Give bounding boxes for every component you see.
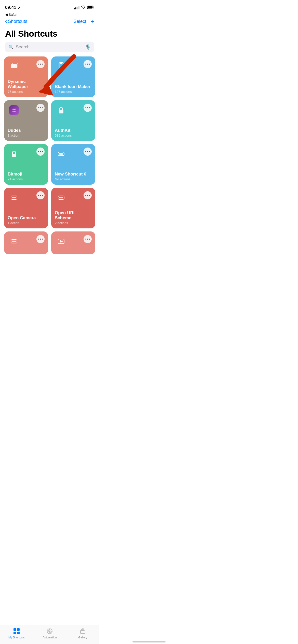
partial-card-icon-1 <box>8 235 20 248</box>
shortcut-card-open-camera[interactable]: Open Camera 1 action <box>4 188 48 228</box>
card-title: Blank Icon Maker <box>55 84 92 89</box>
partial-card-icon-2 <box>55 235 67 248</box>
card-subtitle: 539 actions <box>55 134 92 137</box>
card-icon-shortcut <box>55 148 67 160</box>
card-icon-shortcut-2 <box>8 191 20 204</box>
page-title: All Shortcuts <box>0 27 99 42</box>
status-icons <box>74 5 94 10</box>
nav-bar: ‹ Shortcuts Select + <box>0 17 99 27</box>
card-subtitle: No actions <box>55 177 92 181</box>
svg-marker-19 <box>60 240 63 243</box>
select-button[interactable]: Select <box>74 19 86 24</box>
card-icon-lock <box>55 104 67 116</box>
card-subtitle: 1 action <box>8 221 45 225</box>
location-icon: ↗ <box>18 6 21 10</box>
search-input[interactable]: Search <box>16 45 83 50</box>
card-menu-button[interactable] <box>36 60 45 68</box>
card-menu-button[interactable] <box>36 104 45 112</box>
card-menu-button[interactable] <box>84 60 92 68</box>
card-bottom: Dudes 1 action <box>8 128 45 137</box>
card-subtitle: 75 actions <box>8 90 45 94</box>
svg-rect-1 <box>88 6 93 8</box>
card-title: Open URL Scheme <box>55 210 92 221</box>
card-bottom: Open Camera 1 action <box>8 215 45 225</box>
card-bottom: Dynamic Wallpaper 75 actions <box>8 79 45 94</box>
add-button[interactable]: + <box>90 18 94 25</box>
card-title: Dynamic Wallpaper <box>8 79 45 89</box>
card-menu-button[interactable] <box>36 235 45 243</box>
card-subtitle: 91 actions <box>8 177 45 181</box>
signal-bars <box>74 6 79 9</box>
card-menu-button[interactable] <box>36 148 45 156</box>
back-arrow-small: ◀ <box>5 13 8 17</box>
card-icon-hbo: HBO max <box>8 104 20 116</box>
partial-card-1[interactable] <box>4 231 48 254</box>
shortcut-card-new-shortcut-6[interactable]: New Shortcut 6 No actions <box>51 144 95 185</box>
card-icon-shortcut-3 <box>55 191 67 204</box>
search-bar[interactable]: 🔍 Search 🎙️ <box>5 42 94 52</box>
card-bottom: New Shortcut 6 No actions <box>55 172 92 181</box>
card-top <box>55 104 92 116</box>
card-bottom: AuthKit 539 actions <box>55 128 92 137</box>
card-icon-lock-2 <box>8 148 20 160</box>
card-top <box>8 191 45 204</box>
shortcut-card-blank-icon-maker[interactable]: Blank Icon Maker 127 actions <box>51 56 95 97</box>
card-title: Dudes <box>8 128 45 133</box>
card-title: Open Camera <box>8 215 45 221</box>
card-title: Bitmoji <box>8 172 45 177</box>
svg-rect-9 <box>12 154 16 157</box>
search-icon: 🔍 <box>9 45 14 50</box>
card-top <box>55 148 92 160</box>
svg-rect-7 <box>60 63 62 64</box>
card-title: New Shortcut 6 <box>55 172 92 177</box>
card-bottom: Bitmoji 91 actions <box>8 172 45 181</box>
svg-rect-11 <box>59 153 63 155</box>
partial-shortcuts-row <box>0 231 99 254</box>
safari-back[interactable]: ◀ Safari <box>0 13 99 17</box>
shortcut-card-dudes[interactable]: HBO max Dudes 1 action <box>4 100 48 141</box>
chevron-left-icon: ‹ <box>5 18 7 25</box>
card-menu-button[interactable] <box>84 104 92 112</box>
card-menu-button[interactable] <box>84 148 92 156</box>
card-title: AuthKit <box>55 128 92 133</box>
card-subtitle: 2 actions <box>55 221 92 225</box>
svg-rect-13 <box>12 197 16 198</box>
card-subtitle: 1 action <box>8 134 45 137</box>
wifi-icon <box>81 5 86 10</box>
card-menu-button[interactable] <box>84 191 92 199</box>
card-top <box>55 191 92 204</box>
main-content: Dynamic Wallpaper 75 actions <box>0 56 99 280</box>
partial-card-2[interactable] <box>51 231 95 254</box>
search-container: 🔍 Search 🎙️ <box>0 42 99 56</box>
card-top <box>8 148 45 160</box>
shortcuts-grid: Dynamic Wallpaper 75 actions <box>0 56 99 228</box>
safari-back-label: Safari <box>9 13 17 17</box>
card-menu-button[interactable] <box>84 235 92 243</box>
battery-icon <box>87 6 94 10</box>
card-icon-layers <box>8 60 20 73</box>
shortcut-card-dynamic-wallpaper[interactable]: Dynamic Wallpaper 75 actions <box>4 56 48 97</box>
microphone-icon[interactable]: 🎙️ <box>85 44 91 50</box>
card-subtitle: 127 actions <box>55 90 92 94</box>
card-bottom: Blank Icon Maker 127 actions <box>55 84 92 94</box>
svg-rect-17 <box>12 241 16 242</box>
svg-rect-15 <box>59 197 63 198</box>
shortcut-card-bitmoji[interactable]: Bitmoji 91 actions <box>4 144 48 185</box>
nav-back-button[interactable]: ‹ Shortcuts <box>5 18 27 25</box>
nav-actions: Select + <box>74 18 94 25</box>
status-bar: 09:41 ↗ <box>0 0 99 13</box>
card-menu-button[interactable] <box>36 191 45 199</box>
shortcut-card-authkit[interactable]: AuthKit 539 actions <box>51 100 95 141</box>
svg-rect-8 <box>59 110 63 113</box>
card-top: HBO max <box>8 104 45 116</box>
card-icon-phone <box>55 60 67 73</box>
card-bottom: Open URL Scheme 2 actions <box>55 210 92 225</box>
shortcut-card-open-url-scheme[interactable]: Open URL Scheme 2 actions <box>51 188 95 228</box>
card-top <box>8 60 45 73</box>
card-top <box>55 60 92 73</box>
nav-back-label: Shortcuts <box>8 19 27 24</box>
status-time: 09:41 ↗ <box>5 5 21 10</box>
